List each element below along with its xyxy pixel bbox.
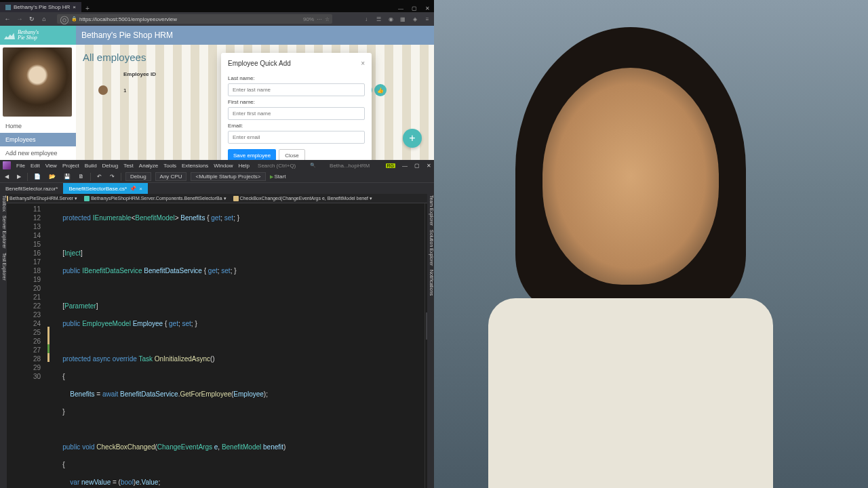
tool-toolbox[interactable]: Toolbox: [0, 195, 7, 211]
menu-file[interactable]: File: [16, 163, 25, 169]
vs-solution-title: Betha...hopHRM: [330, 163, 370, 169]
library-icon[interactable]: ☰: [374, 16, 382, 22]
maximize-icon[interactable]: ▢: [412, 5, 417, 12]
col-employee-id: Employee ID: [123, 71, 184, 77]
tool-solution-explorer[interactable]: Solution Explorer: [427, 230, 434, 266]
close-button[interactable]: Close: [279, 149, 304, 160]
startup-dropdown[interactable]: <Multiple Startup Projects>: [191, 172, 265, 181]
close-icon[interactable]: ✕: [425, 5, 430, 12]
nav-project[interactable]: BethanysPieShopHRM.Server▾: [3, 196, 77, 201]
menu-build[interactable]: Build: [85, 163, 97, 169]
modal-close-icon[interactable]: ×: [361, 60, 365, 67]
employee-quick-add-modal: Employee Quick Add × Last name: First na…: [221, 53, 372, 160]
doctab-razor[interactable]: BenefitSelector.razor*: [0, 183, 63, 194]
sidebar-item-add[interactable]: Add new employee: [0, 146, 76, 160]
bookmark-icon[interactable]: ☆: [325, 16, 330, 22]
menu-debug[interactable]: Debug: [102, 163, 119, 169]
config-dropdown[interactable]: Debug: [125, 172, 151, 181]
account-icon[interactable]: ◉: [387, 16, 395, 22]
reload-icon[interactable]: ↻: [27, 14, 37, 24]
pin-icon[interactable]: 📌: [130, 186, 136, 192]
save-all-icon[interactable]: 🗎: [77, 173, 86, 180]
like-button[interactable]: 👍: [374, 84, 387, 96]
lastname-label: Last name:: [228, 75, 365, 81]
brand-line2: Pie Shop: [18, 35, 39, 41]
downloads-icon[interactable]: ↓: [362, 16, 370, 22]
menu-edit[interactable]: Edit: [31, 163, 40, 169]
platform-dropdown[interactable]: Any CPU: [155, 172, 187, 181]
vs-nav-dropdowns: BethanysPieShopHRM.Server▾ BethanysPieSh…: [0, 194, 434, 203]
save-employee-button[interactable]: Save employee: [228, 149, 276, 160]
vs-logo-icon: [3, 161, 11, 169]
redo-icon[interactable]: ↷: [108, 173, 117, 180]
save-icon[interactable]: 💾: [62, 173, 73, 180]
app-header-title: Bethany's Pie Shop HRM: [76, 26, 434, 45]
menu-project[interactable]: Project: [62, 163, 79, 169]
sidebar-item-home[interactable]: Home: [0, 119, 76, 133]
menu-analyze[interactable]: Analyze: [139, 163, 158, 169]
menu-window[interactable]: Window: [214, 163, 233, 169]
tab-title: Bethany's Pie Shop HR: [14, 4, 70, 10]
employee-id: 1: [123, 87, 184, 94]
nav-fwd-icon[interactable]: ▶: [15, 173, 23, 180]
add-employee-fab[interactable]: +: [403, 129, 422, 148]
lock-icon: 🔒: [71, 16, 77, 22]
ext2-icon[interactable]: ◈: [411, 16, 419, 22]
doctab-cs[interactable]: BenefitSelectorBase.cs* 📌 ×: [63, 183, 148, 194]
line-gutter: 1112131415161718192021222324252627282930: [0, 203, 47, 488]
menu-tools[interactable]: Tools: [163, 163, 176, 169]
minimize-icon[interactable]: —: [398, 5, 403, 12]
email-input[interactable]: [228, 131, 365, 144]
ext-icon[interactable]: ▦: [399, 16, 407, 22]
undo-icon[interactable]: ↶: [95, 173, 104, 180]
code-editor[interactable]: 1112131415161718192021222324252627282930…: [0, 203, 434, 488]
open-icon[interactable]: 📂: [47, 173, 58, 180]
nav-back-icon[interactable]: ◀: [3, 173, 11, 180]
rg-badge: RG: [386, 163, 396, 168]
doctab-close-icon[interactable]: ×: [139, 186, 142, 192]
firstname-label: First name:: [228, 99, 365, 105]
browser-window: Bethany's Pie Shop HR × + — ▢ ✕ ← → ↻ ⌂ …: [0, 0, 434, 160]
browser-tab[interactable]: Bethany's Pie Shop HR ×: [0, 2, 81, 12]
start-button[interactable]: Start: [270, 174, 286, 180]
zoom-level: 90%: [303, 16, 314, 22]
nav-member[interactable]: CheckBoxChanged(ChangeEventArgs e, Benef…: [233, 196, 373, 201]
menu-icon[interactable]: ≡: [423, 16, 431, 22]
firstname-input[interactable]: [228, 107, 365, 120]
brand: Bethany's Pie Shop: [0, 26, 76, 45]
menu-extensions[interactable]: Extensions: [182, 163, 208, 169]
shield-icon: ◎: [60, 13, 69, 26]
url-bar[interactable]: ◎ 🔒 https://localhost:5001/employeeoverv…: [57, 14, 332, 24]
tool-notifications[interactable]: Notifications: [427, 270, 434, 296]
visual-studio-window: File Edit View Project Build Debug Test …: [0, 160, 434, 488]
code-content: protected IEnumerable<BenefitModel> Bene…: [47, 203, 434, 488]
tool-team-explorer[interactable]: Team Explorer: [427, 195, 434, 226]
vs-maximize-icon[interactable]: ▢: [414, 163, 420, 169]
lastname-input[interactable]: [228, 83, 365, 96]
tool-test-explorer[interactable]: Test Explorer: [0, 253, 7, 281]
home-icon[interactable]: ⌂: [39, 14, 49, 24]
reader-icon[interactable]: ⋯: [317, 16, 322, 22]
url-text: https://localhost:5001/employeeoverview: [79, 16, 177, 22]
brand-logo-icon: [4, 31, 15, 39]
menu-view[interactable]: View: [45, 163, 57, 169]
forward-icon[interactable]: →: [15, 14, 24, 24]
favicon: [5, 5, 11, 10]
menu-test[interactable]: Test: [123, 163, 134, 169]
modal-title: Employee Quick Add: [228, 60, 291, 67]
browser-toolbar: ← → ↻ ⌂ ◎ 🔒 https://localhost:5001/emplo…: [0, 12, 434, 26]
presenter-photo: [434, 0, 868, 488]
tool-server-explorer[interactable]: Server Explorer: [0, 216, 7, 249]
sidebar-avatar: [3, 47, 72, 117]
tab-close-icon[interactable]: ×: [73, 4, 76, 10]
vs-search[interactable]: Search (Ctrl+Q): [258, 163, 319, 169]
menu-help[interactable]: Help: [239, 163, 250, 169]
nav-namespace[interactable]: BethanysPieShopHRM.Server.Components.Ben…: [84, 196, 226, 201]
vs-left-toolstrip: Toolbox Server Explorer Test Explorer: [0, 192, 7, 488]
sidebar-item-employees[interactable]: Employees: [0, 133, 76, 146]
new-tab-button[interactable]: +: [81, 5, 94, 12]
back-icon[interactable]: ←: [3, 14, 12, 24]
vs-minimize-icon[interactable]: —: [402, 163, 408, 169]
vs-close-icon[interactable]: ✕: [427, 163, 431, 169]
new-file-icon[interactable]: 📄: [32, 173, 43, 180]
